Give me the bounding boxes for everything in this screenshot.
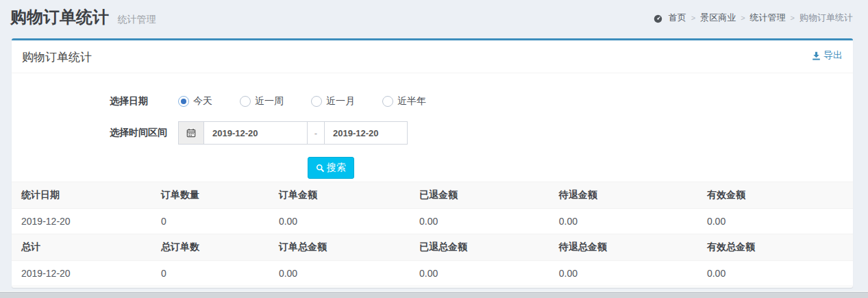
radio-option-last-week[interactable]: 近一周 (240, 95, 284, 108)
radio-label: 近半年 (397, 95, 426, 108)
table-cell: 0.00 (554, 209, 702, 234)
table-cell: 0.00 (273, 261, 414, 286)
table-cell: 0 (156, 261, 273, 286)
radio-label: 今天 (193, 95, 212, 108)
search-button[interactable]: 搜索 (308, 157, 354, 179)
date-label: 选择日期 (110, 95, 178, 108)
content-header: 购物订单统计 统计管理 首页 > 景区商业 > 统计管理 > 购物订单统计 (0, 0, 868, 32)
column-header: 有效金额 (702, 182, 853, 209)
column-header: 订单金额 (273, 182, 414, 209)
table-cell: 0.00 (702, 261, 853, 286)
search-row: 搜索 (308, 157, 853, 179)
search-button-label: 搜索 (327, 162, 346, 174)
column-header: 订单数量 (156, 182, 273, 209)
radio-icon (178, 96, 189, 107)
breadcrumb-current: 购物订单统计 (799, 12, 853, 24)
radio-label: 近一月 (326, 95, 355, 108)
page-subtitle: 统计管理 (117, 14, 156, 26)
date-to-input[interactable] (324, 121, 408, 145)
column-header: 订单总金额 (273, 234, 414, 261)
table-cell: 2019-12-20 (12, 261, 156, 286)
column-header: 总订单数 (156, 234, 273, 261)
table-cell: 0.00 (702, 209, 853, 234)
page-title: 购物订单统计 (10, 6, 109, 28)
column-header: 已退金额 (414, 182, 554, 209)
statistics-panel: 购物订单统计 导出 选择日期 今天 (12, 38, 853, 288)
radio-label: 近一周 (255, 95, 284, 108)
column-header: 总计 (12, 234, 156, 261)
search-icon (316, 164, 325, 173)
radio-icon (382, 96, 393, 107)
date-range-separator: - (307, 121, 325, 145)
table-row: 2019-12-20 0 0.00 0.00 0.00 0.00 (12, 261, 853, 286)
date-range-row: 选择时间区间 (12, 121, 853, 145)
horizontal-scrollbar[interactable] (0, 292, 868, 298)
table-cell: 0 (156, 209, 273, 234)
date-from-input[interactable] (203, 121, 308, 145)
date-quickpick-row: 选择日期 今天 近一周 近一月 (12, 90, 853, 113)
panel-header: 购物订单统计 导出 (12, 40, 853, 73)
table-cell: 0.00 (414, 261, 554, 286)
export-label: 导出 (823, 49, 843, 62)
radio-option-today[interactable]: 今天 (178, 95, 212, 108)
breadcrumb-separator: > (741, 14, 745, 22)
breadcrumb-separator: > (791, 14, 795, 22)
breadcrumb-link-statistics-management[interactable]: 统计管理 (750, 12, 786, 24)
download-icon (812, 51, 821, 60)
table-row: 2019-12-20 0 0.00 0.00 0.00 0.00 (12, 209, 853, 234)
column-header: 待退总金额 (554, 234, 702, 261)
radio-icon (240, 96, 251, 107)
date-range-input-group: - (178, 121, 408, 145)
table-cell: 0.00 (273, 209, 414, 234)
radio-option-last-half-year[interactable]: 近半年 (382, 95, 426, 108)
table-cell: 0.00 (554, 261, 702, 286)
radio-option-last-month[interactable]: 近一月 (311, 95, 355, 108)
export-button[interactable]: 导出 (812, 49, 843, 62)
date-range-label: 选择时间区间 (110, 127, 178, 139)
panel-title: 购物订单统计 (22, 51, 92, 64)
breadcrumb: 首页 > 景区商业 > 统计管理 > 购物订单统计 (654, 12, 853, 24)
stats-table: 统计日期 订单数量 订单金额 已退金额 待退金额 有效金额 2019-12-20… (12, 182, 853, 286)
radio-icon (311, 96, 322, 107)
breadcrumb-link-scenic-business[interactable]: 景区商业 (700, 12, 736, 24)
calendar-icon (178, 121, 204, 145)
date-radio-group: 今天 近一周 近一月 近半年 (178, 95, 454, 108)
dashboard-icon (654, 14, 662, 23)
table-cell: 2019-12-20 (12, 209, 156, 234)
breadcrumb-link-home[interactable]: 首页 (669, 12, 686, 24)
daily-header-row: 统计日期 订单数量 订单金额 已退金额 待退金额 有效金额 (12, 182, 853, 209)
column-header: 统计日期 (12, 182, 156, 209)
total-header-row: 总计 总订单数 订单总金额 已退总金额 待退总金额 有效总金额 (12, 234, 853, 261)
breadcrumb-separator: > (691, 14, 695, 22)
column-header: 有效总金额 (702, 234, 853, 261)
column-header: 待退金额 (554, 182, 702, 209)
page: 购物订单统计 统计管理 首页 > 景区商业 > 统计管理 > 购物订单统计 购物… (0, 0, 868, 291)
table-cell: 0.00 (414, 209, 554, 234)
panel-body: 选择日期 今天 近一周 近一月 (12, 73, 853, 286)
column-header: 已退总金额 (414, 234, 554, 261)
